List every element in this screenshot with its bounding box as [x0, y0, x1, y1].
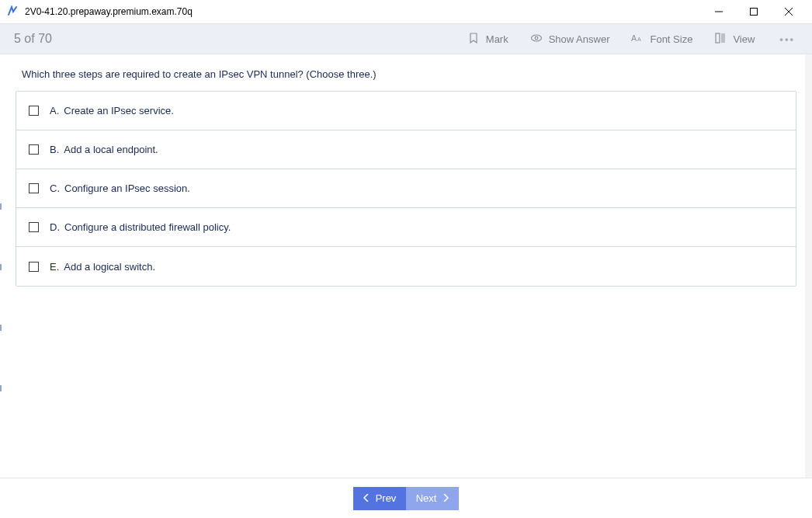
toolbar: 5 of 70 Mark Show Answer AA Font Size Vi…: [0, 23, 812, 54]
answer-letter: B.: [50, 144, 59, 155]
svg-text:A: A: [631, 33, 637, 43]
window-controls: [701, 0, 806, 23]
answer-letter: C.: [50, 183, 60, 194]
svg-rect-1: [750, 9, 757, 16]
checkbox-icon[interactable]: [29, 144, 39, 155]
svg-point-5: [535, 37, 538, 40]
svg-rect-8: [716, 33, 720, 43]
font-size-button[interactable]: AA Font Size: [631, 32, 692, 47]
checkbox-icon[interactable]: [29, 262, 39, 272]
mark-button[interactable]: Mark: [467, 32, 508, 47]
answer-option-e[interactable]: E. Add a logical switch.: [16, 247, 796, 286]
mark-label: Mark: [486, 33, 508, 45]
answer-text: Add a logical switch.: [64, 261, 155, 273]
view-button[interactable]: View: [714, 32, 755, 47]
bookmark-icon: [467, 32, 480, 47]
checkbox-icon[interactable]: [29, 222, 39, 232]
show-answer-button[interactable]: Show Answer: [530, 32, 610, 47]
font-size-label: Font Size: [650, 33, 692, 45]
edge-tick-icon: [0, 203, 2, 210]
view-icon: [714, 32, 727, 47]
chevron-left-icon: [363, 492, 370, 504]
close-button[interactable]: [771, 0, 806, 23]
answer-option-a[interactable]: A. Create an IPsec service.: [16, 92, 796, 130]
next-label: Next: [416, 492, 437, 504]
answer-text: Configure an IPsec session.: [64, 183, 190, 194]
answers-list: A. Create an IPsec service. B. Add a loc…: [16, 91, 796, 287]
svg-text:A: A: [637, 37, 641, 43]
answer-letter: D.: [50, 221, 60, 233]
scrollbar[interactable]: [805, 54, 812, 478]
toolbar-actions: Mark Show Answer AA Font Size View •••: [467, 32, 798, 47]
prev-button[interactable]: Prev: [353, 487, 406, 510]
answer-letter: A.: [50, 105, 59, 116]
answer-text: Add a local endpoint.: [64, 144, 158, 155]
svg-rect-9: [721, 33, 725, 43]
content-area: Which three steps are required to create…: [0, 54, 812, 478]
question-text: Which three steps are required to create…: [22, 68, 790, 80]
checkbox-icon[interactable]: [29, 183, 39, 193]
edge-tick-icon: [0, 385, 2, 391]
show-answer-label: Show Answer: [549, 33, 610, 45]
footer-nav: Prev Next: [0, 478, 812, 518]
window-title: 2V0-41.20.prepaway.premium.exam.70q: [25, 6, 701, 17]
edge-tick-icon: [0, 264, 2, 270]
minimize-button[interactable]: [701, 0, 736, 23]
checkbox-icon[interactable]: [29, 106, 39, 116]
view-label: View: [733, 33, 755, 45]
font-size-icon: AA: [631, 32, 644, 47]
eye-icon: [530, 32, 543, 47]
answer-text: Configure a distributed firewall policy.: [64, 221, 231, 233]
titlebar: 2V0-41.20.prepaway.premium.exam.70q: [0, 0, 812, 23]
answer-letter: E.: [50, 261, 59, 273]
svg-point-4: [531, 35, 541, 41]
question-counter: 5 of 70: [14, 32, 467, 46]
answer-option-c[interactable]: C. Configure an IPsec session.: [16, 169, 796, 208]
edge-tick-icon: [0, 325, 2, 331]
more-button[interactable]: •••: [776, 33, 798, 45]
app-icon: [6, 5, 19, 18]
next-button[interactable]: Next: [406, 487, 459, 510]
answer-text: Create an IPsec service.: [64, 105, 174, 116]
answer-option-d[interactable]: D. Configure a distributed firewall poli…: [16, 208, 796, 247]
chevron-right-icon: [442, 492, 449, 504]
maximize-button[interactable]: [736, 0, 771, 23]
answer-option-b[interactable]: B. Add a local endpoint.: [16, 130, 796, 169]
prev-label: Prev: [376, 492, 397, 504]
